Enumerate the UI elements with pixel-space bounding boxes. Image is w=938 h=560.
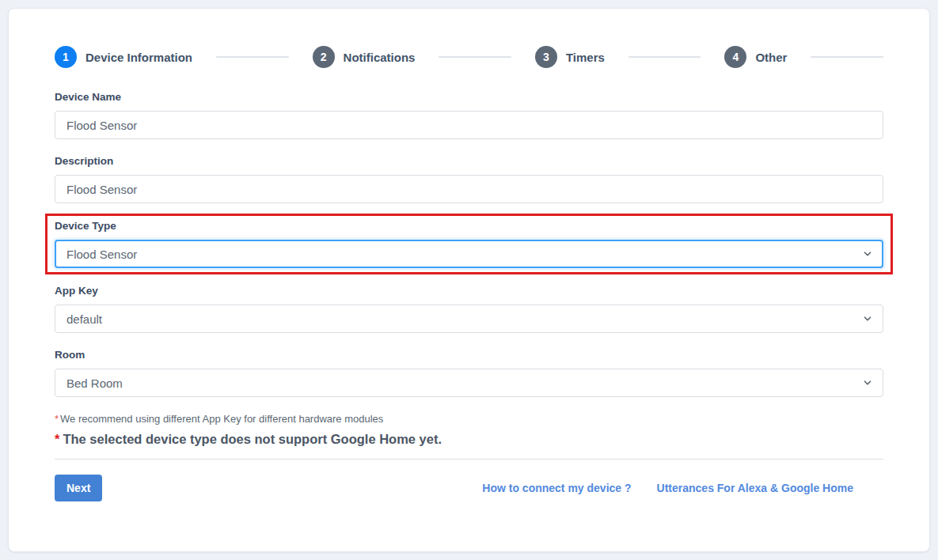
asterisk: * xyxy=(55,413,59,425)
footer-links: How to connect my device ? Utterances Fo… xyxy=(482,482,853,494)
app-key-note: *We recommend using different App Key fo… xyxy=(55,413,883,425)
device-name-label: Device Name xyxy=(55,91,883,103)
google-home-warning-text: The selected device type does not suppor… xyxy=(63,432,442,446)
utterances-link[interactable]: Utterances For Alexa & Google Home xyxy=(657,482,853,494)
step-2-label: Notifications xyxy=(344,51,416,64)
next-button[interactable]: Next xyxy=(55,475,102,501)
app-key-select[interactable]: default xyxy=(55,305,883,333)
device-type-select[interactable]: Flood Sensor xyxy=(55,240,883,268)
step-3-badge: 3 xyxy=(535,46,557,68)
device-setup-card: 1 Device Information 2 Notifications 3 T… xyxy=(8,8,930,552)
description-group: Description xyxy=(55,155,883,203)
step-device-information[interactable]: 1 Device Information xyxy=(55,46,192,68)
room-select-wrap: Bed Room xyxy=(55,369,883,397)
footer-divider xyxy=(55,459,883,460)
google-home-warning: *The selected device type does not suppo… xyxy=(55,432,883,447)
room-group: Room Bed Room xyxy=(55,349,883,397)
room-label: Room xyxy=(55,349,883,361)
device-type-select-wrap: Flood Sensor xyxy=(55,240,883,268)
step-timers[interactable]: 3 Timers xyxy=(535,46,605,68)
asterisk: * xyxy=(55,432,59,446)
step-3-label: Timers xyxy=(566,51,605,64)
step-4-badge: 4 xyxy=(724,46,746,68)
how-to-connect-link[interactable]: How to connect my device ? xyxy=(482,482,631,494)
step-2-badge: 2 xyxy=(313,46,335,68)
device-type-group: Device Type Flood Sensor xyxy=(55,220,883,268)
step-connector xyxy=(811,56,883,58)
description-label: Description xyxy=(55,155,883,167)
wizard-stepper: 1 Device Information 2 Notifications 3 T… xyxy=(55,46,883,68)
step-other[interactable]: 4 Other xyxy=(724,46,787,68)
app-key-note-text: We recommend using different App Key for… xyxy=(60,413,383,425)
device-type-label: Device Type xyxy=(55,220,883,232)
step-connector xyxy=(628,56,701,58)
description-input[interactable] xyxy=(55,175,883,203)
footer-row: Next How to connect my device ? Utteranc… xyxy=(55,475,883,501)
device-name-input[interactable] xyxy=(55,111,883,139)
device-name-group: Device Name xyxy=(55,91,883,139)
step-connector xyxy=(216,56,289,58)
step-4-label: Other xyxy=(755,51,787,64)
step-notifications[interactable]: 2 Notifications xyxy=(313,46,416,68)
step-1-label: Device Information xyxy=(85,51,192,64)
step-connector xyxy=(439,56,511,58)
step-1-badge: 1 xyxy=(55,46,77,68)
device-type-highlight-box: Device Type Flood Sensor xyxy=(45,214,893,274)
room-select[interactable]: Bed Room xyxy=(55,369,883,397)
device-information-form: Device Name Description Device Type Floo… xyxy=(55,91,883,501)
app-key-label: App Key xyxy=(55,285,883,297)
app-key-group: App Key default xyxy=(55,285,883,333)
app-key-select-wrap: default xyxy=(55,305,883,333)
